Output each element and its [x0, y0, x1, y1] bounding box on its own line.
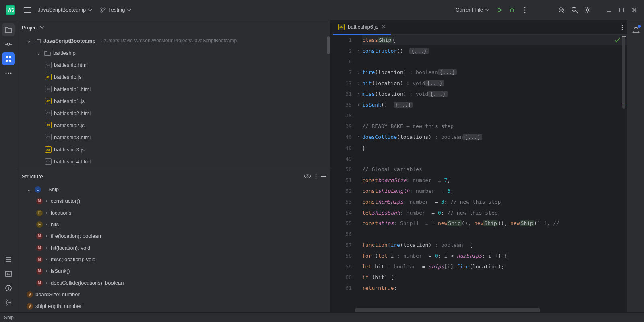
- minimize-panel-icon[interactable]: [321, 176, 326, 177]
- run-button[interactable]: [493, 4, 506, 17]
- editor-more-icon[interactable]: [621, 25, 623, 30]
- tree-file[interactable]: JSbattleship1.js: [19, 95, 330, 107]
- struct-member[interactable]: Fhits: [19, 219, 330, 230]
- gutter-line-number[interactable]: 38: [331, 110, 352, 121]
- editor-tab[interactable]: JS battleship6.js ✕: [333, 20, 391, 35]
- code-line[interactable]: const numShips : number = 3; // new this…: [362, 196, 627, 207]
- gutter-line-number[interactable]: 1: [331, 35, 352, 45]
- gutter-line-number[interactable]: 31: [331, 89, 352, 99]
- main-menu-button[interactable]: [21, 4, 34, 17]
- fold-toggle[interactable]: ›: [355, 99, 362, 110]
- structure-tool-button[interactable]: [2, 52, 15, 65]
- inspection-ok-icon[interactable]: [614, 37, 621, 43]
- fold-toggle[interactable]: ›: [355, 67, 362, 78]
- struct-member[interactable]: Flocations: [19, 207, 330, 219]
- gutter-line-number[interactable]: 54: [331, 207, 352, 218]
- code-line[interactable]: isSunk() {...}: [362, 99, 627, 110]
- scrollbar-vertical[interactable]: [327, 36, 330, 54]
- scrollbar-horizontal[interactable]: [331, 308, 627, 312]
- tree-file[interactable]: <>battleship.html: [19, 59, 330, 71]
- project-selector[interactable]: JavaScriptBootcamp: [34, 7, 96, 13]
- code-line[interactable]: if (hit) {: [362, 272, 627, 283]
- notifications-button[interactable]: [630, 23, 642, 36]
- close-window-button[interactable]: [628, 4, 641, 17]
- code-line[interactable]: const shipLength : number = 3;: [362, 186, 627, 196]
- code-line[interactable]: for (let i : number = 0; i < numShips; i…: [362, 250, 627, 261]
- gutter-line-number[interactable]: 56: [331, 229, 352, 239]
- problems-tool-button[interactable]: [2, 282, 15, 295]
- gutter-line-number[interactable]: 7: [331, 67, 352, 78]
- code-line[interactable]: }: [362, 142, 627, 153]
- settings-button[interactable]: [581, 4, 594, 17]
- debug-button[interactable]: [506, 4, 518, 17]
- close-tab-icon[interactable]: ✕: [382, 24, 386, 30]
- run-config-selector[interactable]: Current File: [452, 7, 493, 13]
- gutter-line-number[interactable]: 6: [331, 56, 352, 67]
- more-tools-button[interactable]: [2, 67, 15, 80]
- git-branch-selector[interactable]: Testing: [96, 7, 135, 13]
- scrollbar-vertical[interactable]: [622, 36, 625, 109]
- fold-toggle[interactable]: ›: [355, 78, 362, 89]
- fold-toggle[interactable]: ›: [355, 132, 362, 142]
- tree-file[interactable]: JSbattleship3.js: [19, 143, 330, 155]
- code-line[interactable]: let shipsSunk : number = 0; // new this …: [362, 207, 627, 218]
- gutter-line-number[interactable]: 61: [331, 283, 352, 293]
- struct-member[interactable]: MisSunk(): [19, 265, 330, 277]
- project-tree[interactable]: ⌄JavaScriptBootcampC:\Users\David Watson…: [17, 35, 330, 167]
- gutter-line-number[interactable]: 51: [331, 175, 352, 186]
- gutter-line-number[interactable]: 52: [331, 186, 352, 196]
- gutter-line-number[interactable]: 60: [331, 272, 352, 283]
- tree-file[interactable]: <>battleship2.html: [19, 107, 330, 119]
- tree-root[interactable]: ⌄JavaScriptBootcampC:\Users\David Watson…: [19, 35, 330, 47]
- code-line[interactable]: // READY BAKE – new this step: [362, 121, 627, 132]
- gutter-line-number[interactable]: 59: [331, 261, 352, 272]
- code-line[interactable]: [362, 110, 627, 121]
- minimize-window-button[interactable]: [602, 4, 615, 17]
- code-line[interactable]: let hit : boolean = ships[i].fire(locati…: [362, 261, 627, 272]
- gutter-line-number[interactable]: 57: [331, 239, 352, 250]
- gutter-line-number[interactable]: 40: [331, 132, 352, 142]
- gutter-line-number[interactable]: 50: [331, 164, 352, 175]
- gutter-line-number[interactable]: 55: [331, 218, 352, 229]
- fold-toggle[interactable]: ›: [355, 89, 362, 99]
- code-line[interactable]: const ships : Ship[] = [ new Ship(), new…: [362, 218, 627, 229]
- project-tool-button[interactable]: [2, 23, 15, 36]
- tree-file[interactable]: <>battleship4.html: [19, 155, 330, 167]
- code-line[interactable]: hit(location) : void {...}: [362, 78, 627, 89]
- tree-file[interactable]: JSbattleship.js: [19, 71, 330, 83]
- code-line[interactable]: const boardSize : number = 7;: [362, 175, 627, 186]
- struct-member[interactable]: Mhit(location): void: [19, 242, 330, 254]
- code-line[interactable]: constructor() {...}: [362, 45, 627, 56]
- tree-file[interactable]: <>battleship1.html: [19, 83, 330, 95]
- code-line[interactable]: [362, 229, 627, 239]
- todo-tool-button[interactable]: [2, 253, 15, 266]
- code-line[interactable]: fire(location) : boolean {...}: [362, 67, 627, 78]
- struct-member[interactable]: Mmiss(location): void: [19, 254, 330, 265]
- visibility-icon[interactable]: [304, 174, 311, 179]
- code-line[interactable]: // Global variables: [362, 164, 627, 175]
- gutter-line-number[interactable]: 58: [331, 250, 352, 261]
- chevron-down-icon[interactable]: [40, 26, 44, 29]
- gutter-line-number[interactable]: 49: [331, 153, 352, 164]
- code-line[interactable]: [362, 56, 627, 67]
- code-line[interactable]: return true;: [362, 283, 627, 293]
- code-with-me-button[interactable]: [555, 4, 568, 17]
- terminal-tool-button[interactable]: [2, 267, 15, 280]
- code-line[interactable]: [362, 153, 627, 164]
- maximize-window-button[interactable]: [615, 4, 628, 17]
- struct-class[interactable]: ⌄CShip: [19, 184, 330, 195]
- gutter-line-number[interactable]: 17: [331, 78, 352, 89]
- struct-global[interactable]: VshipLength: number: [19, 300, 330, 312]
- breadcrumb[interactable]: Ship: [4, 315, 14, 320]
- code-line[interactable]: doesCollide(locations) : boolean {...}: [362, 132, 627, 142]
- gutter-line-number[interactable]: 48: [331, 142, 352, 153]
- fold-toggle[interactable]: ›: [355, 45, 362, 56]
- code-line[interactable]: miss(location) : void {...}: [362, 89, 627, 99]
- struct-member[interactable]: Mconstructor(): [19, 195, 330, 207]
- code-line[interactable]: class Ship {: [362, 35, 627, 45]
- tree-file[interactable]: <>battleship3.html: [19, 131, 330, 143]
- search-everywhere-button[interactable]: [568, 4, 581, 17]
- gutter-line-number[interactable]: 2: [331, 45, 352, 56]
- struct-member[interactable]: MdoesCollide(locations): boolean: [19, 277, 330, 289]
- vcs-tool-button[interactable]: [2, 296, 15, 309]
